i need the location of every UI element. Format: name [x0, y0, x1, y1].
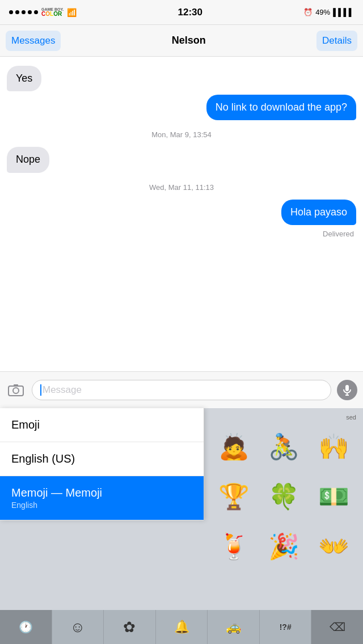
input-bar: Message — [0, 371, 363, 408]
battery-icon: ▌▌▌▌ — [333, 8, 354, 16]
message-bubble: Nope — [7, 147, 49, 172]
clock-key[interactable]: 🕐 — [0, 610, 52, 644]
emoji-bow[interactable]: 🙇 — [211, 424, 256, 469]
memoji-label: Memoji — Memoji — [11, 486, 102, 499]
text-cursor — [40, 384, 41, 396]
svg-rect-2 — [14, 384, 18, 387]
emoji-row: 🙇 🚴 🙌 — [209, 424, 358, 469]
emoji-party[interactable]: 🎉 — [261, 524, 306, 569]
emoji-cyclist[interactable]: 🚴 — [261, 424, 306, 469]
emoji-row: 🍹 🎉 👐 — [209, 524, 358, 569]
details-button[interactable]: Details — [316, 31, 357, 51]
english-us-label: English (US) — [11, 452, 75, 465]
carrier-logo: GAME BOY. COLOR — [41, 7, 64, 17]
message-row: Nope — [7, 147, 356, 172]
emoji-trophy[interactable]: 🏆 — [211, 474, 256, 519]
message-row: Hola payaso — [7, 200, 356, 225]
mic-button[interactable] — [337, 380, 357, 400]
english-us-lang-item[interactable]: English (US) — [0, 442, 204, 476]
battery-percent: 49% — [315, 8, 330, 16]
keyboard-bottom-row: 🕐 ☺ ✿ 🔔 🚕 !?# ⌫ — [0, 610, 363, 644]
emoji-key[interactable]: ☺ — [52, 610, 104, 644]
backspace-key[interactable]: ⌫ — [311, 610, 363, 644]
timestamp: Mon, Mar 9, 13:54 — [7, 130, 356, 139]
back-button[interactable]: Messages — [6, 31, 61, 51]
status-left: GAME BOY. COLOR 📶 — [9, 7, 77, 17]
signal-dots — [9, 10, 38, 14]
emoji-grid: sed 🙇 🚴 🙌 🏆 🍀 💵 🍹 🎉 👐 — [204, 408, 363, 579]
emoji-label: Emoji — [11, 418, 40, 431]
alarm-icon: ⏰ — [303, 8, 313, 16]
transport-key[interactable]: 🚕 — [208, 610, 260, 644]
keyboard-area: Emoji English (US) Memoji — Memoji Engli… — [0, 408, 363, 644]
wifi-icon: 📶 — [67, 8, 77, 17]
message-input[interactable]: Message — [32, 380, 331, 400]
memoji-lang-item[interactable]: Memoji — Memoji English — [0, 476, 204, 520]
message-row: No link to download the app? — [7, 95, 356, 120]
status-time: 12:30 — [178, 7, 202, 18]
memoji-sublabel: English — [11, 501, 192, 510]
emoji-clover[interactable]: 🍀 — [261, 474, 306, 519]
emoji-row: 🏆 🍀 💵 — [209, 474, 358, 519]
emoji-lang-item[interactable]: Emoji — [0, 408, 204, 442]
language-popup: Emoji English (US) Memoji — Memoji Engli… — [0, 408, 204, 520]
message-bubble: No link to download the app? — [206, 95, 356, 120]
input-placeholder: Message — [43, 384, 82, 396]
delivered-status: Delivered — [7, 230, 356, 238]
emoji-section-label: sed — [209, 414, 358, 421]
emoji-money[interactable]: 💵 — [311, 474, 356, 519]
emoji-cocktail[interactable]: 🍹 — [211, 524, 256, 569]
symbols-key[interactable]: !?# — [260, 610, 312, 644]
message-bubble: Yes — [7, 66, 41, 91]
emoji-open-hands[interactable]: 👐 — [311, 524, 356, 569]
timestamp: Wed, Mar 11, 11:13 — [7, 183, 356, 192]
nav-title: Nelson — [172, 35, 206, 46]
nav-bar: Messages Nelson Details — [0, 25, 363, 57]
bell-key[interactable]: 🔔 — [156, 610, 208, 644]
message-row: Yes — [7, 66, 356, 91]
camera-button[interactable] — [6, 380, 26, 400]
status-right: ⏰ 49% ▌▌▌▌ — [303, 8, 354, 16]
status-bar: GAME BOY. COLOR 📶 12:30 ⏰ 49% ▌▌▌▌ — [0, 0, 363, 25]
messages-area: Yes No link to download the app? Mon, Ma… — [0, 57, 363, 371]
emoji-raised-hands[interactable]: 🙌 — [311, 424, 356, 469]
svg-point-1 — [13, 388, 19, 393]
message-bubble: Hola payaso — [281, 200, 356, 225]
flower-key[interactable]: ✿ — [104, 610, 156, 644]
svg-rect-3 — [345, 385, 349, 391]
